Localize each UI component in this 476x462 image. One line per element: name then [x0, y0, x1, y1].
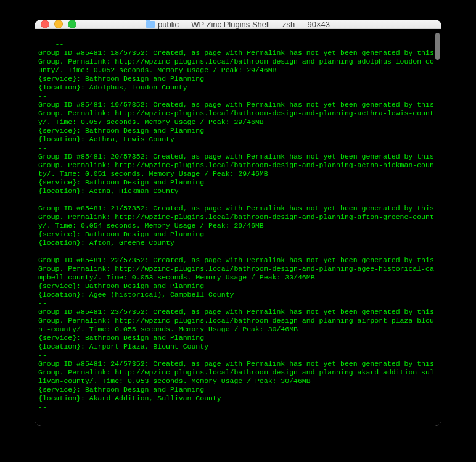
traffic-lights	[41, 20, 76, 28]
titlebar[interactable]: public — WP Zinc Plugins Shell — zsh — 9…	[35, 20, 441, 29]
close-icon[interactable]	[41, 20, 49, 28]
window-title: public — WP Zinc Plugins Shell — zsh — 9…	[35, 20, 441, 29]
terminal-output[interactable]: -- Group ID #85481: 18/57352: Created, a…	[35, 29, 441, 426]
scrollbar-thumb[interactable]	[435, 33, 440, 60]
folder-icon	[146, 21, 155, 28]
title-text: public — WP Zinc Plugins Shell — zsh — 9…	[158, 20, 330, 29]
minimize-icon[interactable]	[54, 20, 63, 28]
terminal-window: public — WP Zinc Plugins Shell — zsh — 9…	[35, 20, 441, 426]
maximize-icon[interactable]	[68, 20, 76, 28]
